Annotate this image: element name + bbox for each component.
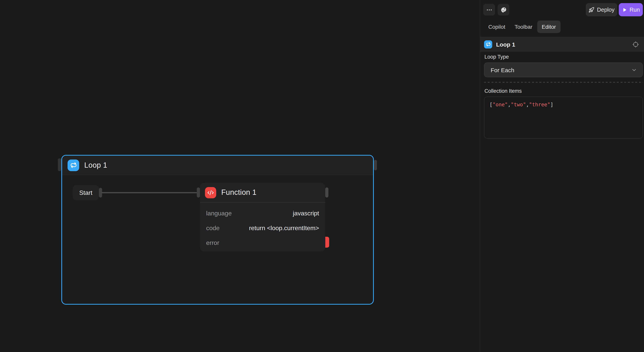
function-input-port[interactable]	[197, 188, 200, 198]
loop-node[interactable]: Loop 1 Start	[61, 155, 374, 305]
field-value: return <loop.currentItem>	[249, 225, 319, 232]
code-icon	[205, 187, 216, 198]
field-label: error	[206, 240, 219, 246]
function-node-header[interactable]: Function 1	[200, 183, 325, 202]
fish-icon	[500, 6, 507, 13]
crosshair-icon	[632, 41, 639, 48]
loop-type-select[interactable]: For Each	[484, 62, 643, 77]
field-label: language	[206, 210, 232, 217]
loop-type-value: For Each	[491, 66, 631, 73]
chevron-down-icon	[631, 67, 637, 73]
section-divider	[484, 82, 643, 83]
collection-items-input[interactable]: ["one","two","three"]	[484, 97, 643, 138]
code-token: "one"	[492, 102, 508, 108]
code-token: [	[490, 102, 492, 108]
start-node-label: Start	[79, 189, 92, 196]
code-token: ,	[508, 102, 511, 108]
start-node[interactable]: Start	[72, 185, 99, 200]
function-output-port[interactable]	[325, 188, 328, 198]
deploy-button[interactable]: Deploy	[586, 3, 617, 16]
loop-node-title: Loop 1	[84, 161, 107, 170]
loop-output-port[interactable]	[374, 160, 377, 170]
play-icon	[622, 7, 627, 12]
selected-node-title: Loop 1	[496, 41, 632, 48]
app-window: Loop 1 Start	[0, 0, 644, 352]
field-value: javascript	[293, 210, 319, 217]
run-button[interactable]: Run	[619, 3, 643, 16]
code-token: ]	[550, 102, 553, 108]
panel-topbar: Deploy Run	[480, 0, 644, 20]
focus-node-button[interactable]	[632, 41, 639, 48]
code-token: "three"	[529, 102, 550, 108]
loop-icon	[484, 40, 492, 48]
run-button-label: Run	[630, 6, 640, 13]
config-panel: Deploy Run Copilot Toolbar Editor	[480, 0, 644, 352]
ellipsis-icon	[486, 6, 492, 13]
tab-toolbar[interactable]: Toolbar	[510, 20, 537, 33]
loop-icon	[68, 159, 79, 171]
field-label: code	[206, 225, 220, 232]
function-node[interactable]: Function 1 language javascript code retu…	[200, 183, 325, 252]
code-token: "two"	[511, 102, 526, 108]
tab-editor[interactable]: Editor	[537, 20, 560, 33]
collection-items-label: Collection Items	[484, 88, 522, 94]
loop-input-port[interactable]	[58, 158, 61, 171]
function-node-fields: language javascript code return <loop.cu…	[200, 202, 325, 250]
more-options-button[interactable]	[483, 4, 495, 16]
deploy-button-label: Deploy	[597, 6, 614, 13]
assistant-button[interactable]	[498, 4, 509, 16]
field-row-error: error	[206, 236, 319, 250]
field-row-code: code return <loop.currentItem>	[206, 221, 319, 236]
connection-edge	[101, 192, 197, 193]
loop-type-label: Loop Type	[484, 54, 509, 60]
rocket-icon	[588, 7, 594, 12]
flow-canvas[interactable]: Loop 1 Start	[0, 0, 480, 352]
function-error-port[interactable]	[325, 237, 329, 248]
function-node-title: Function 1	[221, 188, 256, 197]
tab-copilot[interactable]: Copilot	[484, 20, 510, 33]
panel-tabs: Copilot Toolbar Editor	[484, 20, 560, 33]
code-token: ,	[526, 102, 529, 108]
selected-node-header[interactable]: Loop 1	[480, 37, 644, 52]
field-row-language: language javascript	[206, 206, 319, 221]
loop-node-header[interactable]: Loop 1	[62, 156, 373, 175]
